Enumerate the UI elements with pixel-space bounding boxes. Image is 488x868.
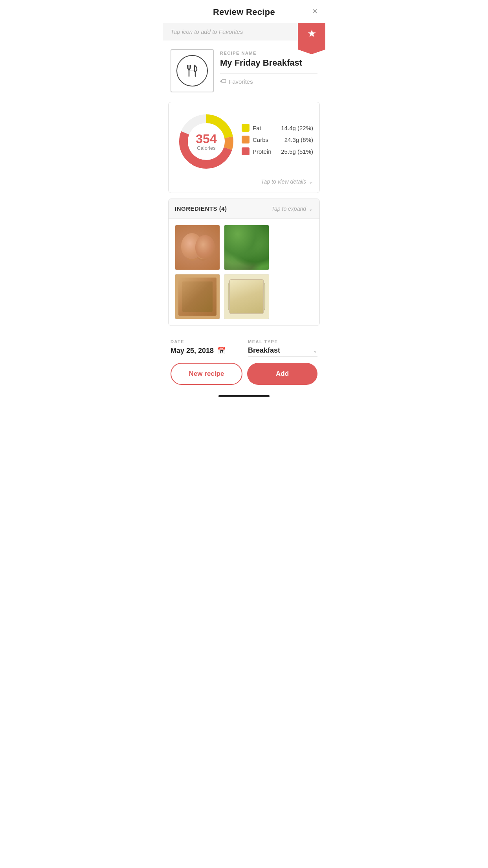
utensils-icon [183, 62, 201, 79]
svg-point-38 [235, 290, 258, 301]
protein-value: 25.5g (51%) [281, 148, 313, 155]
svg-point-30 [193, 301, 200, 304]
svg-point-15 [237, 225, 259, 251]
nutrition-legend: Fat 14.4g (22%) Carbs 24.3g (8%) Protein… [242, 124, 313, 159]
ingredient-bread[interactable] [175, 274, 220, 319]
svg-point-9 [184, 241, 198, 257]
calories-label: Calories [196, 145, 216, 151]
nutrition-inner: 354 Calories Fat 14.4g (22%) Carbs 24.3g… [175, 110, 313, 173]
ingredient-butter[interactable] [224, 274, 269, 319]
tap-expand-label: Tap to expand [272, 206, 306, 212]
svg-point-16 [246, 229, 268, 257]
home-indicator [218, 395, 270, 397]
tag-icon: 🏷 [220, 78, 226, 85]
recipe-icon-box [171, 49, 214, 92]
favorites-banner-text: Tap icon to add to Favorites [171, 28, 243, 35]
meal-value: Breakfast [248, 346, 280, 355]
fat-value: 14.4g (22%) [281, 125, 313, 131]
bottom-bar [163, 391, 325, 404]
tap-details[interactable]: Tap to view details ⌄ [175, 178, 313, 185]
svg-rect-25 [180, 284, 215, 310]
ingredient-eggs[interactable] [175, 225, 220, 270]
carbs-value: 24.3g (8%) [284, 136, 313, 143]
calories-value: 354 [196, 132, 216, 145]
favorites-star-button[interactable]: ★ [298, 23, 325, 54]
action-buttons: New recipe Add [171, 363, 317, 385]
tap-expand: Tap to expand ⌄ [272, 206, 313, 212]
ingredients-section: INGREDIENTS (4) Tap to expand ⌄ [168, 199, 320, 326]
page-title: Review Recipe [213, 7, 275, 17]
donut-center: 354 Calories [196, 132, 216, 151]
ingredients-header[interactable]: INGREDIENTS (4) Tap to expand ⌄ [169, 199, 319, 219]
ingredient-greens[interactable] [224, 225, 269, 270]
recipe-name-value: My Friday Breakfast [220, 58, 317, 68]
recipe-icon-circle [176, 55, 208, 86]
svg-rect-33 [224, 274, 269, 319]
fat-dot [242, 124, 250, 132]
svg-point-11 [195, 242, 209, 259]
svg-rect-23 [175, 274, 220, 319]
protein-dot [242, 147, 250, 155]
svg-rect-24 [178, 282, 216, 311]
favorites-tag[interactable]: 🏷 Favorites [220, 78, 317, 85]
carbs-dot [242, 136, 250, 143]
svg-rect-13 [224, 225, 269, 270]
bottom-section: DATE May 25, 2018 📅 MEAL TYPE Breakfast … [163, 331, 325, 391]
svg-point-10 [195, 242, 211, 261]
carbs-legend-item: Carbs 24.3g (8%) [242, 136, 313, 143]
donut-chart: 354 Calories [175, 110, 238, 173]
ingredients-title: INGREDIENTS (4) [175, 205, 227, 212]
svg-line-20 [235, 229, 236, 245]
svg-point-19 [235, 236, 252, 261]
star-icon: ★ [307, 28, 316, 40]
meal-column: MEAL TYPE Breakfast ⌄ [248, 339, 317, 357]
meal-label: MEAL TYPE [248, 339, 317, 344]
tap-details-label: Tap to view details [261, 178, 306, 185]
eggs-svg [180, 230, 215, 265]
favorites-banner: Tap icon to add to Favorites ★ [163, 23, 325, 40]
svg-rect-34 [228, 282, 265, 311]
svg-point-17 [224, 239, 247, 270]
svg-point-8 [184, 240, 200, 259]
recipe-details: RECIPE NAME My Friday Breakfast 🏷 Favori… [220, 49, 317, 85]
fat-label: Fat [253, 125, 278, 131]
date-label: DATE [171, 339, 240, 344]
svg-rect-36 [232, 288, 261, 305]
nutrition-card: 354 Calories Fat 14.4g (22%) Carbs 24.3g… [168, 102, 320, 193]
calendar-icon[interactable]: 📅 [217, 346, 226, 355]
bottom-row: DATE May 25, 2018 📅 MEAL TYPE Breakfast … [171, 339, 317, 357]
favorites-tag-label: Favorites [229, 78, 253, 85]
fat-legend-item: Fat 14.4g (22%) [242, 124, 313, 132]
svg-rect-32 [178, 288, 216, 289]
svg-rect-37 [233, 289, 261, 305]
svg-rect-35 [230, 285, 263, 309]
expand-chevron-icon: ⌄ [308, 206, 313, 212]
recipe-divider [220, 74, 317, 74]
svg-point-12 [196, 242, 208, 257]
svg-point-18 [242, 244, 264, 268]
date-value: May 25, 2018 [171, 347, 214, 355]
add-button[interactable]: Add [247, 363, 317, 385]
new-recipe-button[interactable]: New recipe [171, 363, 242, 385]
svg-point-31 [201, 303, 207, 306]
butter-svg [224, 274, 269, 319]
carbs-label: Carbs [253, 136, 281, 143]
svg-line-21 [248, 228, 248, 246]
svg-line-22 [257, 233, 258, 246]
protein-label: Protein [253, 148, 278, 155]
svg-point-28 [203, 294, 210, 297]
close-button[interactable]: × [312, 7, 317, 16]
greens-svg [224, 225, 269, 270]
protein-legend-item: Protein 25.5g (51%) [242, 147, 313, 155]
meal-dropdown[interactable]: Breakfast ⌄ [248, 346, 317, 357]
ingredients-grid [169, 219, 319, 326]
header: Review Recipe × [163, 0, 325, 23]
recipe-name-label: RECIPE NAME [220, 51, 317, 55]
bread-svg [175, 274, 220, 319]
svg-point-14 [224, 225, 250, 255]
chevron-down-icon: ⌄ [308, 178, 313, 185]
svg-point-27 [198, 287, 203, 289]
date-column: DATE May 25, 2018 📅 [171, 339, 240, 357]
svg-point-29 [184, 298, 190, 301]
date-value-row: May 25, 2018 📅 [171, 346, 240, 355]
